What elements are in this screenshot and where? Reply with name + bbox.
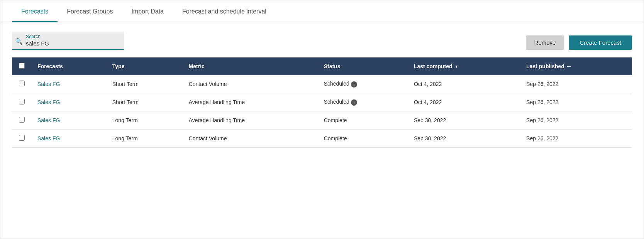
sort-desc-icon: ▼ xyxy=(455,64,459,69)
forecast-link[interactable]: Sales FG xyxy=(37,135,60,141)
row-checkbox-cell xyxy=(12,111,31,130)
row-last-computed: Sep 30, 2022 xyxy=(408,111,520,130)
search-box: 🔍 Search xyxy=(12,32,124,50)
row-checkbox-cell xyxy=(12,75,31,93)
row-status: Scheduledi xyxy=(318,75,408,93)
tab-forecast-groups[interactable]: Forecast Groups xyxy=(58,0,122,22)
search-label: Search xyxy=(26,34,120,39)
row-checkbox-cell xyxy=(12,130,31,148)
search-icon: 🔍 xyxy=(15,38,23,45)
table-row: Sales FGLong TermContact VolumeCompleteS… xyxy=(12,130,632,148)
row-forecast: Sales FG xyxy=(31,111,106,130)
table-header: Forecasts Type Metric Status Last comput… xyxy=(12,57,632,75)
row-last-published: Sep 26, 2022 xyxy=(520,130,632,148)
forecast-link[interactable]: Sales FG xyxy=(37,99,60,105)
row-metric: Average Handling Time xyxy=(183,93,318,111)
table-row: Sales FGShort TermAverage Handling TimeS… xyxy=(12,93,632,111)
row-status: Scheduledi xyxy=(318,93,408,111)
forecast-link[interactable]: Sales FG xyxy=(37,117,60,123)
row-checkbox[interactable] xyxy=(19,81,25,86)
row-status: Complete xyxy=(318,111,408,130)
row-status: Complete xyxy=(318,130,408,148)
tab-forecasts[interactable]: Forecasts xyxy=(12,0,58,22)
actions-group: Remove Create Forecast xyxy=(526,35,632,50)
row-checkbox[interactable] xyxy=(19,135,25,141)
row-metric: Contact Volume xyxy=(183,75,318,93)
header-metric: Metric xyxy=(183,57,318,75)
page-container: ForecastsForecast GroupsImport DataForec… xyxy=(0,0,644,239)
header-status: Status xyxy=(318,57,408,75)
row-last-published: Sep 26, 2022 xyxy=(520,75,632,93)
row-last-computed: Sep 30, 2022 xyxy=(408,130,520,148)
row-checkbox[interactable] xyxy=(19,117,25,123)
row-last-computed: Oct 4, 2022 xyxy=(408,75,520,93)
table-row: Sales FGLong TermAverage Handling TimeCo… xyxy=(12,111,632,130)
content-area: 🔍 Search Remove Create Forecast Forecast… xyxy=(0,22,644,157)
tab-import-data[interactable]: Import Data xyxy=(122,0,173,22)
row-type: Short Term xyxy=(106,75,183,93)
row-metric: Contact Volume xyxy=(183,130,318,148)
info-icon[interactable]: i xyxy=(351,99,357,106)
header-forecasts: Forecasts xyxy=(31,57,106,75)
row-type: Long Term xyxy=(106,130,183,148)
header-last-published: Last published — xyxy=(520,57,632,75)
row-last-published: Sep 26, 2022 xyxy=(520,111,632,130)
remove-button[interactable]: Remove xyxy=(526,35,564,50)
header-last-computed[interactable]: Last computed ▼ xyxy=(408,57,520,75)
row-type: Short Term xyxy=(106,93,183,111)
tab-forecast-schedule-interval[interactable]: Forecast and schedule interval xyxy=(173,0,276,22)
search-actions-row: 🔍 Search Remove Create Forecast xyxy=(12,32,632,50)
search-input[interactable] xyxy=(26,40,120,47)
forecast-link[interactable]: Sales FG xyxy=(37,81,60,87)
forecast-table: Forecasts Type Metric Status Last comput… xyxy=(12,57,632,148)
row-forecast: Sales FG xyxy=(31,130,106,148)
row-last-computed: Oct 4, 2022 xyxy=(408,93,520,111)
sort-end-icon: — xyxy=(567,64,571,69)
select-all-checkbox[interactable] xyxy=(19,63,25,69)
table-header-row: Forecasts Type Metric Status Last comput… xyxy=(12,57,632,75)
header-type: Type xyxy=(106,57,183,75)
tab-bar: ForecastsForecast GroupsImport DataForec… xyxy=(0,0,644,22)
row-checkbox[interactable] xyxy=(19,99,25,104)
header-last-published-label: Last published xyxy=(526,63,564,69)
header-checkbox-col xyxy=(12,57,31,75)
header-last-computed-label: Last computed xyxy=(414,63,452,69)
table-row: Sales FGShort TermContact VolumeSchedule… xyxy=(12,75,632,93)
table-body: Sales FGShort TermContact VolumeSchedule… xyxy=(12,75,632,148)
info-icon[interactable]: i xyxy=(351,81,357,88)
row-type: Long Term xyxy=(106,111,183,130)
row-checkbox-cell xyxy=(12,93,31,111)
row-last-published: Sep 26, 2022 xyxy=(520,93,632,111)
row-metric: Average Handling Time xyxy=(183,111,318,130)
row-forecast: Sales FG xyxy=(31,75,106,93)
create-forecast-button[interactable]: Create Forecast xyxy=(569,35,632,50)
row-forecast: Sales FG xyxy=(31,93,106,111)
